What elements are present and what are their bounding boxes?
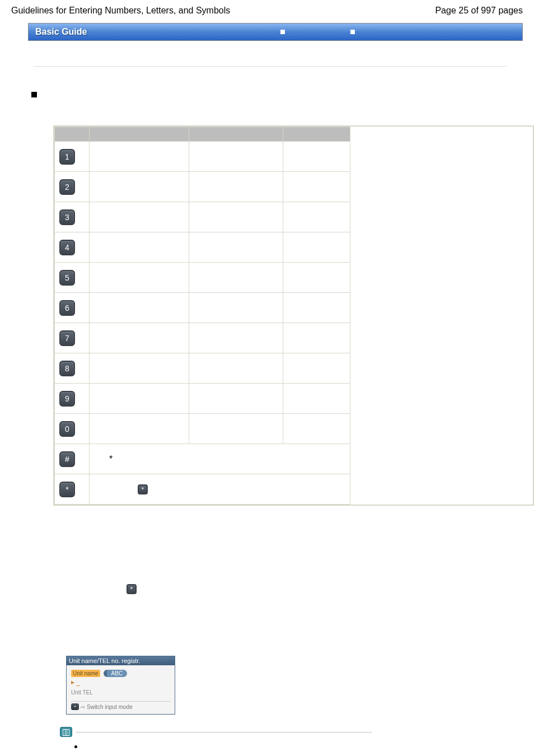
- table-cell: [189, 293, 283, 323]
- table-row: * *: [55, 474, 350, 505]
- table-cell: [283, 232, 350, 263]
- table-row: 9: [55, 384, 350, 414]
- key-star-icon: *: [59, 482, 75, 497]
- table-header-b: [189, 127, 283, 142]
- table-header-button: [55, 127, 90, 142]
- input-caret: ▸ _: [71, 678, 170, 686]
- footer-star-key-icon: *: [71, 703, 79, 710]
- table-row: 1: [55, 142, 350, 172]
- table-cell: [90, 384, 189, 414]
- table-header-c: [283, 127, 350, 142]
- key-8-icon: 8: [59, 361, 75, 376]
- key-3-icon: 3: [59, 209, 75, 225]
- key-6-icon: 6: [59, 300, 75, 316]
- note-book-icon: [60, 727, 72, 737]
- key-1-icon: 1: [59, 149, 75, 165]
- table-cell: [189, 263, 283, 293]
- table-row: 5: [55, 263, 350, 293]
- table-cell: [90, 232, 189, 263]
- table-row: 7: [55, 323, 350, 353]
- section-bullet-icon: [31, 92, 37, 97]
- table-header-a: [90, 127, 189, 142]
- abc-mode-pill: ABC: [104, 670, 128, 677]
- table-row: 8: [55, 353, 350, 384]
- table-cell: [189, 232, 283, 263]
- note-divider: [76, 732, 372, 732]
- table-cell: [283, 202, 350, 232]
- table-cell: [283, 384, 350, 414]
- table-cell: [90, 263, 189, 293]
- table-row: 3: [55, 202, 350, 232]
- table-cell-wide: *: [90, 444, 350, 474]
- star-key-inline-icon: *: [127, 584, 137, 594]
- key-7-icon: 7: [59, 330, 75, 346]
- table-cell: [189, 172, 283, 202]
- table-row: # *: [55, 444, 350, 474]
- table-cell: [189, 414, 283, 444]
- small-star-key-icon: *: [138, 484, 148, 494]
- table-cell: [189, 202, 283, 232]
- table-cell: [283, 323, 350, 353]
- table-cell: [189, 142, 283, 172]
- table-cell: [189, 353, 283, 384]
- basic-guide-banner: Basic Guide: [28, 23, 523, 41]
- unit-name-label: Unit name: [71, 670, 100, 677]
- table-cell: [90, 323, 189, 353]
- table-row: 0: [55, 414, 350, 444]
- key-2-icon: 2: [59, 179, 75, 195]
- table-cell: [90, 202, 189, 232]
- banner-marker-2: [350, 30, 355, 34]
- table-cell: [189, 384, 283, 414]
- table-row: 2: [55, 172, 350, 202]
- key-4-icon: 4: [59, 240, 75, 255]
- table-cell: [283, 172, 350, 202]
- unit-tel-label: Unit TEL: [71, 689, 170, 696]
- table-cell: [283, 293, 350, 323]
- page-title: Guidelines for Entering Numbers, Letters…: [11, 6, 230, 16]
- registration-screenshot: Unit name/TEL no. registr. Unit name ABC…: [66, 656, 175, 715]
- footer-arrow-icon: ⇨: [81, 704, 85, 710]
- table-cell: [283, 353, 350, 384]
- key-0-icon: 0: [59, 421, 75, 437]
- table-cell: [189, 323, 283, 353]
- table-cell: [90, 353, 189, 384]
- table-cell: [90, 142, 189, 172]
- registration-title: Unit name/TEL no. registr.: [67, 656, 175, 665]
- table-cell: [90, 414, 189, 444]
- footer-switch-text: Switch input mode: [87, 704, 133, 710]
- table-cell: [283, 414, 350, 444]
- table-cell-wide: *: [90, 474, 350, 505]
- key-5-icon: 5: [59, 270, 75, 286]
- table-row: 4: [55, 232, 350, 263]
- keypad-table: 1 2 3 4 5 6 7 8 9 0: [53, 125, 534, 506]
- basic-guide-label: Basic Guide: [35, 27, 87, 37]
- table-cell: [283, 142, 350, 172]
- table-cell: [90, 293, 189, 323]
- bullet-icon: [74, 745, 77, 748]
- key-hash-icon: #: [59, 451, 75, 467]
- table-row: 6: [55, 293, 350, 323]
- divider-line: [34, 66, 506, 67]
- table-cell: [283, 263, 350, 293]
- page-indicator: Page 25 of 997 pages: [435, 6, 523, 16]
- banner-marker-1: [280, 30, 285, 34]
- table-cell: [90, 172, 189, 202]
- key-9-icon: 9: [59, 391, 75, 407]
